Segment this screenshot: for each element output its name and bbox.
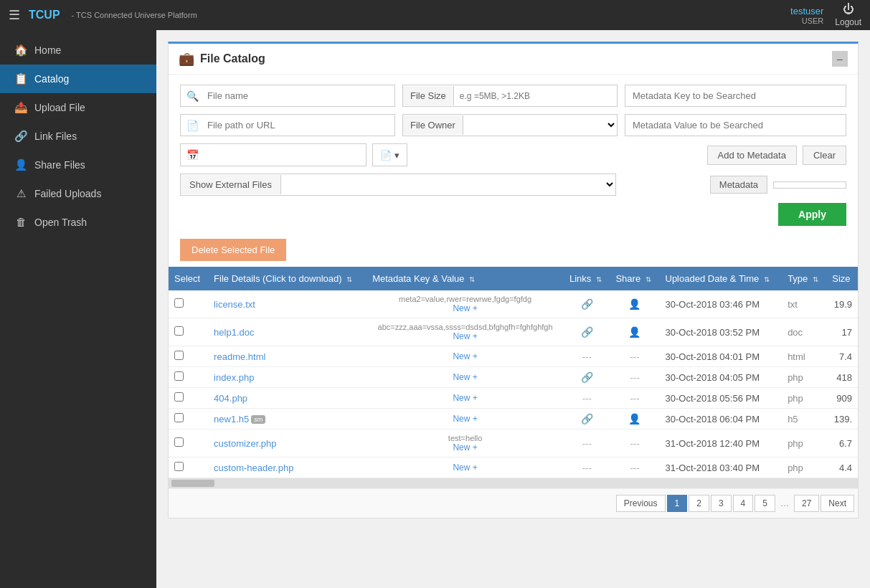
sidebar-item-share[interactable]: 👤 Share Files: [0, 151, 156, 179]
file-catalog-card: 💼 File Catalog – 🔍 File Size: [168, 42, 859, 518]
row-2-new-plus[interactable]: New +: [372, 351, 558, 361]
sidebar-item-home[interactable]: 🏠 Home: [0, 36, 156, 65]
pagination-next[interactable]: Next: [821, 495, 854, 512]
row-5-date: 30-Oct-2018 06:04 PM: [660, 409, 782, 430]
pagination-bar: Previous 1 2 3 4 5 … 27 Next: [169, 488, 858, 518]
table-row: help1.docabc=zzz,aaa=vssa,ssss=dsdsd,bfg…: [169, 318, 858, 346]
no-link: ---: [582, 393, 592, 404]
pagination-page-4[interactable]: 4: [733, 495, 754, 512]
row-1-file-link[interactable]: help1.doc: [214, 327, 254, 338]
sidebar-item-catalog[interactable]: 📋 Catalog: [0, 65, 156, 93]
briefcase-icon: 💼: [179, 51, 194, 67]
row-5-file-link[interactable]: new1.h5: [214, 414, 249, 425]
row-7-type: php: [782, 457, 826, 478]
table-row: custom-header.phpNew +------31-Oct-2018 …: [169, 457, 858, 478]
file-name-input[interactable]: [204, 86, 394, 105]
row-1-checkbox[interactable]: [174, 326, 184, 336]
pagination-page-27[interactable]: 27: [794, 495, 819, 512]
file-owner-select[interactable]: [463, 115, 617, 136]
col-metadata[interactable]: Metadata Key & Value ⇅: [367, 267, 564, 290]
sidebar-item-home-label: Home: [34, 44, 61, 56]
row-5-new-plus[interactable]: New +: [372, 414, 558, 424]
row-0-checkbox[interactable]: [174, 298, 184, 308]
delete-selected-button[interactable]: Delete Selected File: [180, 239, 286, 261]
row-6-file-link[interactable]: customizer.php: [214, 438, 276, 449]
sidebar-item-link[interactable]: 🔗 Link Files: [0, 122, 156, 151]
row-6-new-plus[interactable]: New +: [372, 442, 558, 452]
sidebar-item-share-label: Share Files: [34, 159, 85, 171]
row-3-checkbox[interactable]: [174, 371, 184, 381]
minimize-button[interactable]: –: [832, 51, 848, 67]
row-7-checkbox[interactable]: [174, 462, 184, 471]
pagination-page-3[interactable]: 3: [711, 495, 732, 512]
file-size-input[interactable]: [454, 87, 617, 105]
logout-button[interactable]: ⏻ Logout: [835, 3, 861, 27]
row-6-checkbox[interactable]: [174, 437, 184, 447]
sidebar-item-failed[interactable]: ⚠ Failed Uploads: [0, 179, 156, 208]
row-3-file-link[interactable]: index.php: [214, 372, 254, 383]
row-7-file-link[interactable]: custom-header.php: [214, 463, 293, 473]
row-4-checkbox[interactable]: [174, 392, 184, 402]
table-row: new1.h5smNew +🔗👤30-Oct-2018 06:04 PMh513…: [169, 409, 858, 430]
row-5-link-icon[interactable]: 🔗: [581, 413, 593, 425]
row-1-new-plus[interactable]: New +: [372, 331, 558, 341]
show-external-select[interactable]: [281, 174, 615, 195]
file-name-search-wrap: 🔍: [180, 85, 395, 107]
row-4-file-link[interactable]: 404.php: [214, 393, 247, 404]
file-type-button[interactable]: 📄 ▾: [372, 143, 407, 166]
no-share: ---: [630, 372, 639, 383]
row-7-new-plus[interactable]: New +: [372, 463, 558, 473]
pagination-page-2[interactable]: 2: [689, 495, 709, 512]
row-7-size: 4.4: [826, 457, 858, 478]
row-1-link-icon[interactable]: 🔗: [581, 326, 593, 338]
row-1-share-icon[interactable]: 👤: [628, 326, 640, 338]
file-path-input[interactable]: [204, 115, 394, 135]
user-name: testuser: [790, 6, 823, 16]
col-links[interactable]: Links ⇅: [564, 267, 610, 290]
metadata-tags-group: Metadata: [623, 174, 846, 196]
row-6-metadata: test=helloNew +: [367, 430, 564, 457]
row-5-size: 139.: [826, 409, 858, 430]
row-0-link-icon[interactable]: 🔗: [581, 298, 593, 310]
row-5-share-icon[interactable]: 👤: [628, 413, 640, 425]
row-3-type: php: [782, 367, 826, 388]
row-6-metadata-text: test=hello: [372, 434, 558, 442]
pagination-previous[interactable]: Previous: [616, 495, 666, 512]
hamburger-icon[interactable]: ☰: [9, 7, 20, 23]
row-5-badge: sm: [251, 415, 265, 424]
row-3-size: 418: [826, 367, 858, 388]
row-4-new-plus[interactable]: New +: [372, 393, 558, 403]
clear-button[interactable]: Clear: [803, 146, 846, 165]
row-5-checkbox[interactable]: [174, 413, 184, 422]
horizontal-scrollbar[interactable]: [169, 478, 858, 488]
row-6-size: 6.7: [826, 430, 858, 457]
sidebar-item-upload[interactable]: 📤 Upload File: [0, 93, 156, 122]
row-0-new-plus[interactable]: New +: [372, 303, 558, 313]
table-row: 404.phpNew +------30-Oct-2018 05:56 PMph…: [169, 388, 858, 409]
row-3-link-icon[interactable]: 🔗: [581, 371, 593, 383]
col-share[interactable]: Share ⇅: [610, 267, 659, 290]
file-path-wrap: 📄: [180, 114, 395, 136]
pagination-page-1[interactable]: 1: [667, 495, 688, 512]
row-1-type: doc: [782, 318, 826, 346]
row-3-links: 🔗: [564, 367, 610, 388]
upload-icon: 📤: [14, 101, 27, 114]
pagination-page-5[interactable]: 5: [755, 495, 775, 512]
row-3-new-plus[interactable]: New +: [372, 372, 558, 382]
row-0-file-link[interactable]: license.txt: [214, 299, 255, 310]
metadata-key-input[interactable]: [625, 85, 846, 107]
apply-button[interactable]: Apply: [778, 203, 846, 226]
col-date[interactable]: Uploaded Date & Time ⇅: [660, 267, 782, 290]
brand-logo: TCUP: [29, 9, 60, 22]
add-metadata-button[interactable]: Add to Metadata: [707, 146, 797, 165]
col-file-details[interactable]: File Details (Click to download) ⇅: [208, 267, 367, 290]
col-type[interactable]: Type ⇅: [782, 267, 826, 290]
row-2-checkbox[interactable]: [174, 351, 184, 360]
row-0-share-icon[interactable]: 👤: [628, 298, 640, 310]
row-2-file-link[interactable]: readme.html: [214, 351, 265, 362]
row-7-checkbox-cell: [169, 457, 208, 478]
row-5-filename: new1.h5sm: [208, 409, 367, 430]
metadata-value-input[interactable]: [625, 114, 846, 136]
row-6-type: php: [782, 430, 826, 457]
sidebar-item-trash[interactable]: 🗑 Open Trash: [0, 208, 156, 236]
